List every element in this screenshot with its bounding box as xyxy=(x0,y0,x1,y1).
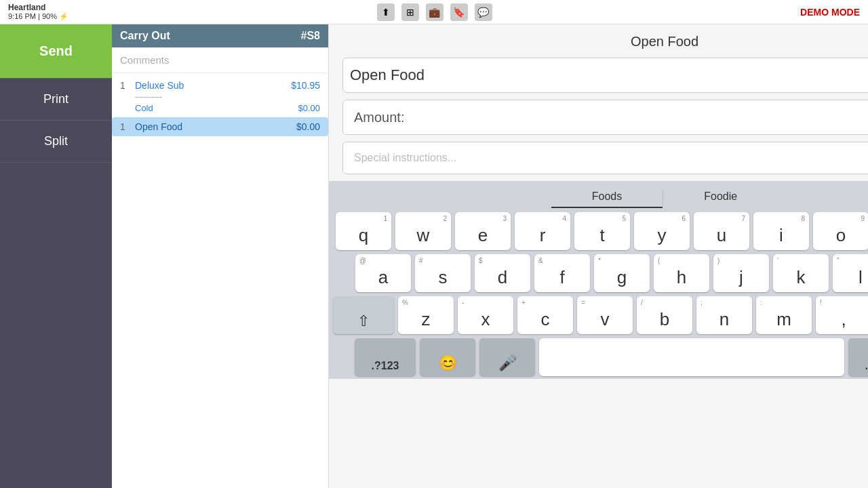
order-header: Carry Out #S8 xyxy=(112,24,328,47)
key-i[interactable]: 8i xyxy=(753,212,809,250)
upload-icon[interactable]: ⬆ xyxy=(377,3,395,21)
right-title: Open Food xyxy=(342,34,868,49)
modifier-price: $0.00 xyxy=(298,103,320,113)
app-name: Heartland xyxy=(8,3,68,12)
item-row: 1 Deluxe Sub $10.95 xyxy=(120,80,320,91)
key-a[interactable]: @a xyxy=(355,254,411,292)
keyboard-tab-foodie[interactable]: Foodie xyxy=(663,186,778,208)
numbers-left-button[interactable]: .?123 xyxy=(355,338,416,376)
grid-icon[interactable]: ⊞ xyxy=(401,3,419,21)
key-h[interactable]: (h xyxy=(654,254,709,292)
keyboard-tabs: Foods Foodie xyxy=(333,186,868,208)
order-type: Carry Out xyxy=(120,30,170,42)
key-u[interactable]: 7u xyxy=(694,212,749,250)
status-time-battery: 9:16 PM | 90% ⚡ xyxy=(8,12,68,21)
item-price-2: $0.00 xyxy=(296,121,320,132)
numbers-right-button[interactable]: .?123 xyxy=(848,338,868,376)
comments-bar[interactable]: Comments xyxy=(112,47,328,73)
key-o[interactable]: 9o xyxy=(813,212,868,250)
bookmark-icon[interactable]: 🔖 xyxy=(450,3,468,21)
key-comma[interactable]: !, xyxy=(816,296,868,334)
status-left: Heartland 9:16 PM | 90% ⚡ xyxy=(8,3,68,22)
item-qty-2: 1 xyxy=(120,121,131,132)
key-m[interactable]: :m xyxy=(756,296,812,334)
key-row-1: 1q 2w 3e 4r 5t 6y 7u 8i 9o 0p ⌫ xyxy=(333,212,868,250)
key-c[interactable]: +c xyxy=(517,296,573,334)
send-button[interactable]: Send xyxy=(0,24,112,79)
key-s[interactable]: #s xyxy=(415,254,471,292)
key-z[interactable]: %z xyxy=(398,296,454,334)
key-row-bottom: .?123 😊 🎤 .?123 ⌨ xyxy=(333,338,868,376)
key-v[interactable]: =v xyxy=(577,296,633,334)
shift-left-button[interactable]: ⇧ xyxy=(333,296,394,334)
key-k[interactable]: 'k xyxy=(773,254,829,292)
order-panel: Carry Out #S8 Comments 1 Deluxe Sub $10.… xyxy=(112,24,329,488)
status-bar: Heartland 9:16 PM | 90% ⚡ ⬆ ⊞ 💼 🔖 💬 DEMO… xyxy=(0,0,868,24)
right-top: Open Food Open Food ✕ Amount: $0.00 Spec… xyxy=(329,24,868,181)
key-n[interactable]: ;n xyxy=(696,296,752,334)
modifier-name: Cold xyxy=(135,103,153,113)
comments-placeholder: Comments xyxy=(120,54,170,66)
item-qty: 1 xyxy=(120,80,131,91)
key-d[interactable]: $d xyxy=(475,254,530,292)
key-y[interactable]: 6y xyxy=(634,212,690,250)
space-bar[interactable] xyxy=(539,338,844,376)
special-instructions-field[interactable]: Special instructions... xyxy=(342,142,868,174)
key-w[interactable]: 2w xyxy=(395,212,451,250)
item-price: $10.95 xyxy=(291,80,320,91)
keyboard-tab-foods[interactable]: Foods xyxy=(551,186,663,208)
key-f[interactable]: &f xyxy=(534,254,590,292)
key-x[interactable]: -x xyxy=(458,296,513,334)
order-items: 1 Deluxe Sub $10.95 ---------- Cold $0.0… xyxy=(112,73,328,488)
main-layout: Send Print Split Carry Out #S8 Comments … xyxy=(0,24,868,488)
key-rows: 1q 2w 3e 4r 5t 6y 7u 8i 9o 0p ⌫ @a #s $d xyxy=(333,212,868,376)
key-b[interactable]: /b xyxy=(637,296,692,334)
item-divider: ---------- xyxy=(135,92,320,102)
key-row-3: ⇧ %z -x +c =v /b ;n :m !, ?. ⇧ xyxy=(333,296,868,334)
print-button[interactable]: Print xyxy=(0,79,112,121)
item-name: Deluxe Sub xyxy=(135,80,291,91)
emoji-button[interactable]: 😊 xyxy=(420,338,475,376)
demo-mode-label: DEMO MODE xyxy=(800,7,860,18)
key-row-2: @a #s $d &f *g (h )j 'k "l Next xyxy=(333,254,868,292)
key-g[interactable]: *g xyxy=(594,254,650,292)
sidebar: Send Print Split xyxy=(0,24,112,488)
briefcase-icon[interactable]: 💼 xyxy=(426,3,443,21)
right-panel: Open Food Open Food ✕ Amount: $0.00 Spec… xyxy=(329,24,868,488)
item-name-2: Open Food xyxy=(135,121,296,132)
special-instructions-placeholder: Special instructions... xyxy=(354,152,456,163)
order-item-2[interactable]: 1 Open Food $0.00 xyxy=(112,117,328,136)
item-modifier: Cold $0.00 xyxy=(135,103,320,113)
order-item-1[interactable]: 1 Deluxe Sub $10.95 ---------- Cold $0.0… xyxy=(112,76,328,117)
top-icons: ⬆ ⊞ 💼 🔖 💬 xyxy=(377,3,492,21)
key-l[interactable]: "l xyxy=(833,254,868,292)
amount-label: Amount: xyxy=(354,110,404,125)
mic-button[interactable]: 🎤 xyxy=(479,338,535,376)
key-e[interactable]: 3e xyxy=(455,212,511,250)
name-input-row[interactable]: Open Food ✕ xyxy=(342,58,868,93)
key-r[interactable]: 4r xyxy=(515,212,570,250)
amount-row[interactable]: Amount: $0.00 xyxy=(342,100,868,135)
split-button[interactable]: Split xyxy=(0,121,112,163)
item-row-2: 1 Open Food $0.00 xyxy=(120,121,320,132)
key-q[interactable]: 1q xyxy=(336,212,391,250)
key-j[interactable]: )j xyxy=(713,254,769,292)
open-food-name-field[interactable]: Open Food xyxy=(350,66,868,84)
keyboard-area: Foods Foodie 1q 2w 3e 4r 5t 6y 7u 8i 9o … xyxy=(329,181,868,379)
order-number: #S8 xyxy=(301,30,320,42)
chat-icon[interactable]: 💬 xyxy=(475,3,492,21)
key-t[interactable]: 5t xyxy=(574,212,630,250)
